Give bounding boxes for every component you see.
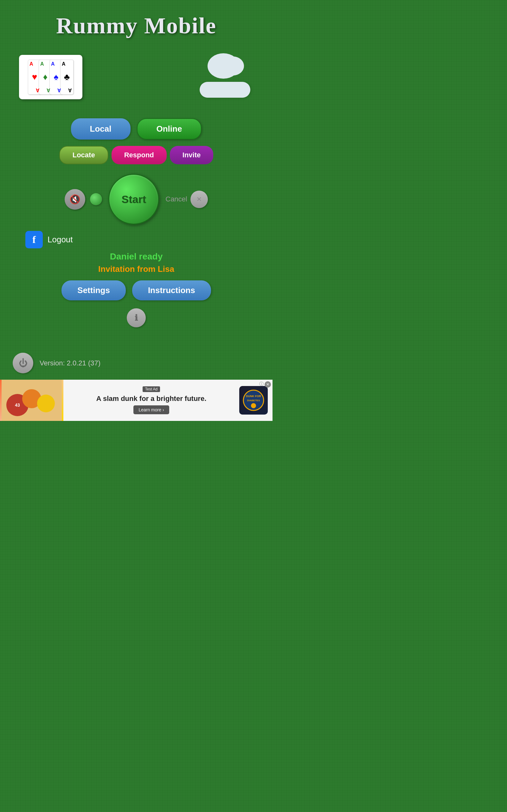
ad-image-svg: 43 xyxy=(2,380,62,421)
respond-button[interactable]: Respond xyxy=(112,146,167,164)
svg-text:DUNK FOR: DUNK FOR xyxy=(246,395,261,398)
ad-learn-more-button[interactable]: Learn more › xyxy=(133,405,169,414)
power-button[interactable]: ⏻ xyxy=(13,353,33,373)
cancel-label: Cancel xyxy=(165,195,187,203)
app-title: Rummy Mobile xyxy=(56,13,216,39)
info-button[interactable]: ℹ xyxy=(127,308,146,327)
svg-point-3 xyxy=(37,395,55,412)
cancel-button[interactable]: ✕ xyxy=(190,191,208,208)
svg-text:43: 43 xyxy=(15,403,20,408)
ad-tag: Test Ad xyxy=(143,386,160,392)
logout-button[interactable]: Logout xyxy=(48,235,73,245)
info-icon: ℹ xyxy=(135,313,138,323)
svg-text:DIABETES: DIABETES xyxy=(247,399,260,402)
left-controls: 🔇 xyxy=(65,189,102,210)
ad-badge-svg: DUNK FOR DIABETES xyxy=(242,389,265,411)
instructions-button[interactable]: Instructions xyxy=(132,281,211,300)
mute-icon: 🔇 xyxy=(69,194,80,205)
facebook-icon[interactable]: f xyxy=(25,231,43,248)
cloud-base xyxy=(200,82,250,98)
ad-close-button[interactable]: ✕ xyxy=(265,381,271,388)
cards-display: A ♥ A A ♦ A A ♠ A A ♣ A xyxy=(19,55,82,99)
mode-buttons-row: Local Online xyxy=(71,118,202,140)
invitation-text: Invitation from Lisa xyxy=(98,264,174,274)
svg-point-8 xyxy=(251,403,256,408)
bottom-area: ⏻ Version: 2.0.21 (37) xyxy=(0,353,273,373)
locate-button[interactable]: Locate xyxy=(59,146,108,164)
cloud-shape xyxy=(200,63,250,82)
action-buttons-row: Settings Instructions xyxy=(61,281,211,300)
ad-image: 43 xyxy=(0,380,63,421)
cancel-area: Cancel ✕ xyxy=(165,191,208,208)
power-icon: ⏻ xyxy=(19,358,27,368)
mute-button[interactable]: 🔇 xyxy=(65,189,85,210)
ad-content: Test Ad A slam dunk for a brighter futur… xyxy=(63,383,239,417)
settings-button[interactable]: Settings xyxy=(61,281,126,300)
player-ready-text: Daniel ready xyxy=(110,252,163,262)
cancel-icon: ✕ xyxy=(196,195,202,203)
online-button[interactable]: Online xyxy=(137,118,202,140)
ad-badge: DUNK FOR DIABETES xyxy=(239,386,268,415)
local-button[interactable]: Local xyxy=(71,118,130,140)
ad-info-icon: ⓘ xyxy=(259,381,264,387)
facebook-area: f Logout xyxy=(0,231,273,248)
sub-buttons-row: Locate Respond Invite xyxy=(59,146,214,164)
player-dot xyxy=(90,193,102,205)
start-row: 🔇 Start Cancel ✕ xyxy=(0,174,273,224)
cloud-decoration xyxy=(200,63,253,91)
start-button[interactable]: Start xyxy=(108,174,159,224)
ad-text: A slam dunk for a brighter future. xyxy=(96,395,207,403)
ad-banner: 43 Test Ad A slam dunk for a brighter fu… xyxy=(0,380,273,421)
invite-button[interactable]: Invite xyxy=(170,146,213,164)
version-text: Version: 2.0.21 (37) xyxy=(40,359,101,367)
card-clubs: A ♣ A xyxy=(60,60,73,95)
